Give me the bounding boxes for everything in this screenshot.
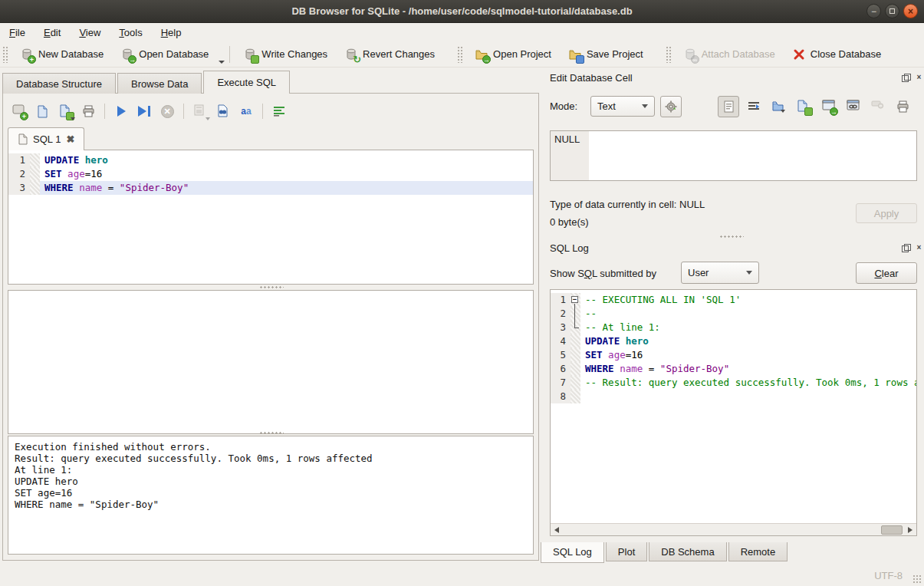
sql-toolbar: + ✕ <box>9 100 289 123</box>
toolbar-drag-handle[interactable] <box>666 46 672 63</box>
close-icon: × <box>908 7 913 16</box>
scrollbar-track[interactable] <box>563 524 904 535</box>
splitter-handle[interactable] <box>719 235 744 239</box>
fold-collapse-icon[interactable]: − <box>571 296 578 303</box>
open-project-icon: → <box>475 48 488 61</box>
clear-log-button[interactable]: Clear <box>856 262 917 284</box>
open-project-button[interactable]: → Open Project <box>466 43 560 66</box>
save-project-icon <box>568 48 582 61</box>
toolbar-drag-handle[interactable] <box>2 46 9 63</box>
minimize-button[interactable]: − <box>866 4 881 18</box>
sql-log-lines: 1−-- EXECUTING ALL IN 'SQL 1'2--3-- At l… <box>551 290 916 403</box>
save-sql-file-button[interactable] <box>55 101 75 121</box>
cell-size-info: 0 byte(s) <box>550 216 589 228</box>
horizontal-scrollbar[interactable] <box>551 523 916 535</box>
cell-value-editor[interactable]: NULL <box>550 130 917 181</box>
execute-current-line-button[interactable] <box>134 101 154 121</box>
sql-editor[interactable]: 1UPDATE hero2SET age=163WHERE name = "Sp… <box>8 150 534 285</box>
sql-doc-tab[interactable]: SQL 1 ✖ <box>8 127 84 150</box>
menu-help[interactable]: Help <box>161 27 182 38</box>
autocomplete-button[interactable]: aa <box>236 101 256 121</box>
cell-mode-select[interactable]: Text <box>590 96 655 117</box>
statusbar: UTF-8 <box>0 564 924 586</box>
print-icon <box>82 105 95 117</box>
apply-button: Apply <box>856 203 917 223</box>
maximize-button[interactable] <box>885 4 899 18</box>
new-database-button[interactable]: + New Database <box>12 43 112 66</box>
sql-doc-tabbar: SQL 1 ✖ <box>8 127 84 150</box>
cell-mode-value: Text <box>597 100 636 112</box>
write-changes-button[interactable]: Write Changes <box>235 43 336 66</box>
tab-browse-data[interactable]: Browse Data <box>117 73 202 94</box>
resize-grip[interactable] <box>912 574 922 584</box>
sql-doc-tab-label: SQL 1 <box>33 133 61 145</box>
new-database-icon: + <box>20 48 34 61</box>
open-database-dropdown-icon[interactable] <box>219 61 225 64</box>
open-sql-file-button[interactable] <box>32 101 52 121</box>
copy-link-button[interactable] <box>843 97 863 117</box>
scroll-right-icon[interactable] <box>904 524 916 536</box>
splitter-handle[interactable] <box>259 285 284 289</box>
revert-changes-icon: ↻ <box>344 48 358 61</box>
edit-cell-dock-title: Edit Database Cell <box>550 72 633 84</box>
find-button[interactable] <box>213 101 233 121</box>
new-sql-tab-button[interactable]: + <box>9 101 29 121</box>
code-line: 5SET age=16 <box>551 348 916 362</box>
tab-sql-log[interactable]: SQL Log <box>541 542 604 563</box>
results-pane[interactable] <box>8 290 534 434</box>
tab-db-schema[interactable]: DB Schema <box>649 542 726 561</box>
text-mode-toggle-button[interactable] <box>718 96 739 117</box>
export-cell-data-button[interactable] <box>794 97 814 117</box>
print-cell-button[interactable] <box>893 97 912 117</box>
code-line: 2-- <box>551 307 916 321</box>
toolbar-separator <box>229 46 230 63</box>
execute-line-icon <box>138 106 146 117</box>
word-wrap-button[interactable] <box>269 101 289 121</box>
dock-float-icon[interactable] <box>902 74 910 82</box>
open-file-icon <box>36 105 48 118</box>
app-window: DB Browser for SQLite - /home/user/code/… <box>0 0 924 586</box>
toolbar-drag-handle[interactable] <box>457 46 464 63</box>
close-database-button[interactable]: Close Database <box>784 43 890 66</box>
set-null-icon <box>871 100 885 114</box>
open-database-button[interactable]: → Open Database <box>112 43 217 66</box>
tab-database-structure[interactable]: Database Structure <box>2 73 116 94</box>
tab-remote[interactable]: Remote <box>728 542 788 561</box>
tab-execute-sql[interactable]: Execute SQL <box>203 71 290 94</box>
scroll-left-icon[interactable] <box>551 524 563 536</box>
execute-all-button[interactable] <box>111 101 131 121</box>
import-cell-data-button[interactable] <box>768 97 788 117</box>
menu-edit[interactable]: Edit <box>44 27 61 38</box>
write-changes-icon <box>243 48 257 61</box>
save-project-button[interactable]: Save Project <box>560 43 652 66</box>
menu-file[interactable]: File <box>9 27 25 38</box>
attach-database-button: ∞ Attach Database <box>675 43 784 66</box>
close-tab-icon[interactable]: ✖ <box>66 133 74 145</box>
titlebar[interactable]: DB Browser for SQLite - /home/user/code/… <box>0 0 924 23</box>
sql-log-filter-select[interactable]: User <box>681 262 759 284</box>
dock-float-icon[interactable] <box>902 244 910 252</box>
scrollbar-thumb[interactable] <box>881 525 903 535</box>
menu-view[interactable]: View <box>79 27 100 38</box>
toolbar-separator <box>262 104 263 119</box>
sql-log-view[interactable]: 1−-- EXECUTING ALL IN 'SQL 1'2--3-- At l… <box>550 289 917 536</box>
open-in-external-button[interactable]: → <box>819 97 839 117</box>
cell-word-wrap-button[interactable] <box>744 97 764 117</box>
print-button[interactable] <box>78 101 98 121</box>
tab-plot[interactable]: Plot <box>606 542 647 561</box>
import-dropdown-icon <box>781 110 785 113</box>
splitter-handle[interactable] <box>259 431 284 435</box>
window-title: DB Browser for SQLite - /home/user/code/… <box>291 5 632 17</box>
dock-close-icon[interactable]: × <box>915 74 923 82</box>
save-results-dropdown-icon <box>206 117 210 120</box>
auto-apply-button[interactable] <box>660 96 682 117</box>
menu-tools[interactable]: Tools <box>119 27 142 38</box>
bottom-dock-tabbar: SQL Log Plot DB Schema Remote <box>541 542 789 563</box>
dock-close-icon[interactable]: × <box>915 244 923 252</box>
execution-message-pane[interactable]: Execution finished without errors. Resul… <box>8 436 534 555</box>
close-button[interactable]: × <box>903 4 918 18</box>
toolbar-separator <box>104 104 105 119</box>
chevron-down-icon <box>642 104 648 108</box>
revert-changes-button[interactable]: ↻ Revert Changes <box>336 43 443 66</box>
sql-log-dock-title: SQL Log <box>550 242 589 254</box>
